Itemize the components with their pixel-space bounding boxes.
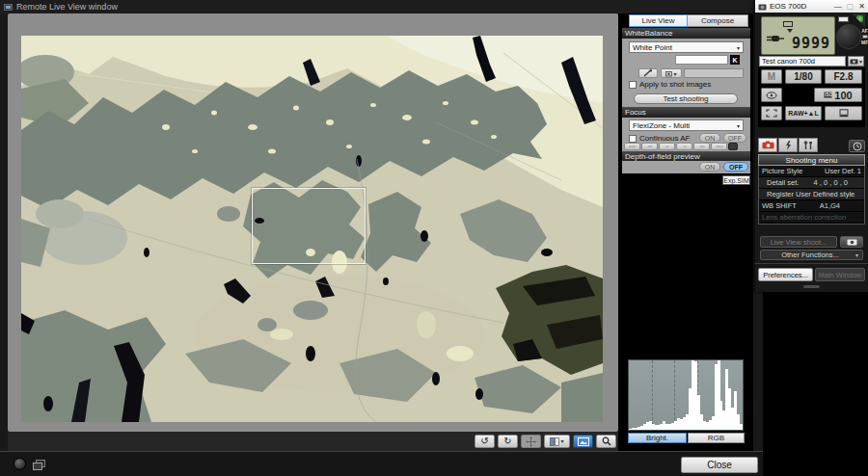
owner-name-field[interactable]: Test canon 700d xyxy=(759,56,846,66)
camera-shoot-icon xyxy=(847,238,857,246)
maximize-icon[interactable]: ▢ xyxy=(847,2,854,11)
rotate-right-button[interactable]: ↻ xyxy=(498,435,518,448)
tab-flash[interactable] xyxy=(778,138,798,152)
desktop: Remote Live View window xyxy=(0,0,868,476)
aperture-button[interactable]: F2.8 xyxy=(825,69,862,84)
histogram-rgb-button[interactable]: RGB xyxy=(688,433,745,443)
caret-down-icon: ▾ xyxy=(673,70,676,77)
caret-down-icon: ▾ xyxy=(560,436,563,446)
destination-button[interactable] xyxy=(825,106,862,120)
compare-view-button[interactable]: ▾ xyxy=(544,435,570,448)
shooting-menu-header: Shooting menu xyxy=(758,154,865,166)
tab-shooting[interactable] xyxy=(758,138,777,152)
caret-down-icon: ▾ xyxy=(855,251,858,258)
timer-button[interactable] xyxy=(849,140,865,152)
computer-icon xyxy=(838,109,850,118)
wb-filename-field xyxy=(684,68,744,78)
other-functions-label: Other Functions... xyxy=(765,251,855,259)
apply-to-shot-row: Apply to shot images xyxy=(629,80,711,89)
pan-button[interactable] xyxy=(521,435,541,448)
white-balance-select[interactable]: White Point ▾ xyxy=(629,41,744,53)
close-button[interactable]: Close xyxy=(681,457,758,473)
color-temperature-input[interactable] xyxy=(675,55,728,65)
menu-value: 4 , 0 , 0 , 0 xyxy=(814,178,848,187)
histogram-bright-button[interactable]: Bright. xyxy=(628,433,687,443)
menu-item-register-style[interactable]: Register User Defined style xyxy=(759,189,864,200)
shooting-mode-button[interactable]: M xyxy=(761,69,782,84)
camera-select-button[interactable]: ▾ xyxy=(848,56,864,66)
status-bar: Close xyxy=(0,451,763,476)
eyedropper-button[interactable] xyxy=(638,68,658,78)
camera-lcd: 9999 xyxy=(761,16,835,55)
focus-block: FlexiZone - Multi ▾ Continuous AF ON OFF… xyxy=(622,118,750,151)
metering-icon xyxy=(766,92,777,99)
shutter-speed-button[interactable]: 1/80 xyxy=(785,69,822,84)
continuous-af-label: Continuous AF xyxy=(639,134,690,143)
test-shooting-button[interactable]: Test shooting xyxy=(634,93,738,104)
continuous-af-on-button[interactable]: ON xyxy=(699,133,720,143)
svg-text:ISO: ISO xyxy=(826,93,833,97)
minimize-icon[interactable]: — xyxy=(834,2,842,11)
focus-near-3-button[interactable]: <<< xyxy=(624,143,640,150)
focus-near-2-button[interactable]: << xyxy=(641,143,658,150)
eyedropper-icon xyxy=(643,69,653,77)
tab-live-view[interactable]: Live View xyxy=(629,14,688,27)
tools-icon xyxy=(803,141,813,150)
other-functions-button[interactable]: Other Functions... ▾ xyxy=(760,250,863,260)
af-mf-switch[interactable]: AF MF xyxy=(861,28,868,45)
focus-far-3-button[interactable]: >>> xyxy=(711,143,727,150)
menu-item-wb-shift[interactable]: WB SHIFT A1,G4 xyxy=(759,200,864,212)
continuous-af-off-button[interactable]: OFF xyxy=(723,133,746,143)
live-view-toolbar: ↺ ↻ ▾ xyxy=(8,432,618,451)
wb-preset-button[interactable]: ▾ xyxy=(661,68,682,78)
tab-setup[interactable] xyxy=(799,138,818,152)
overlay-frames-icon[interactable] xyxy=(33,460,45,470)
focus-mode-select[interactable]: FlexiZone - Multi ▾ xyxy=(629,119,744,131)
menu-label: Register User Defined style xyxy=(767,190,854,198)
white-balance-value: White Point xyxy=(633,43,672,52)
zoom-button[interactable] xyxy=(596,435,616,448)
continuous-af-checkbox[interactable] xyxy=(629,135,637,143)
main-window-button[interactable]: Main Window xyxy=(815,268,865,281)
focus-far-2-button[interactable]: >> xyxy=(693,143,710,150)
resize-handle[interactable] xyxy=(803,285,820,288)
preferences-button[interactable]: Preferences... xyxy=(758,268,813,281)
close-icon[interactable]: ✕ xyxy=(858,2,865,11)
menu-item-detail-set[interactable]: Detail set. 4 , 0 , 0 , 0 xyxy=(759,177,864,189)
chevron-down-icon: ▾ xyxy=(737,122,740,129)
clock-icon xyxy=(853,142,862,151)
rotate-left-button[interactable]: ↺ xyxy=(475,435,495,448)
battery-level-icon xyxy=(787,29,793,33)
dof-off-button[interactable]: OFF xyxy=(723,162,748,172)
tab-compose[interactable]: Compose xyxy=(688,14,748,27)
focus-near-1-button[interactable]: < xyxy=(659,143,675,150)
control-dial[interactable] xyxy=(836,24,861,49)
metering-mode-button[interactable] xyxy=(761,88,782,102)
live-view-shoot-button[interactable]: Live View shoot... xyxy=(760,236,837,248)
menu-item-picture-style[interactable]: Picture Style User Def. 1 xyxy=(759,166,864,177)
chevron-down-icon: ▾ xyxy=(737,44,740,51)
shooting-menu: Picture Style User Def. 1 Detail set. 4 … xyxy=(758,166,865,225)
white-balance-block: White Point ▾ K ▾ xyxy=(622,39,750,107)
apply-to-shot-checkbox[interactable] xyxy=(629,81,637,89)
af-frame[interactable] xyxy=(252,188,366,264)
exp-sim-badge: Exp.SIM xyxy=(722,175,750,185)
camera-titlebar[interactable]: EOS 700D — ▢ ✕ xyxy=(755,0,868,13)
menu-item-lens-aberration[interactable]: Lens aberration correction xyxy=(759,212,864,224)
image-quality-button[interactable]: RAW+▲L xyxy=(785,106,822,120)
dof-on-button[interactable]: ON xyxy=(699,162,720,172)
apply-to-shot-label: Apply to shot images xyxy=(639,80,711,89)
af-area-button[interactable] xyxy=(761,106,782,120)
af-frame-icon xyxy=(766,109,777,118)
iso-button[interactable]: ISO 100 xyxy=(814,88,862,102)
divider xyxy=(755,263,868,264)
focus-far-1-button[interactable]: > xyxy=(676,143,692,150)
window-title: Remote Live View window xyxy=(16,2,118,12)
camera-window-title: EOS 700D xyxy=(770,2,806,11)
live-view-viewport xyxy=(8,13,618,432)
remote-shoot-button[interactable] xyxy=(840,236,863,248)
titlebar[interactable]: Remote Live View window xyxy=(0,0,763,13)
show-image-button[interactable] xyxy=(573,435,593,448)
shutter-button[interactable] xyxy=(838,16,849,22)
status-indicator-icon xyxy=(14,458,26,470)
